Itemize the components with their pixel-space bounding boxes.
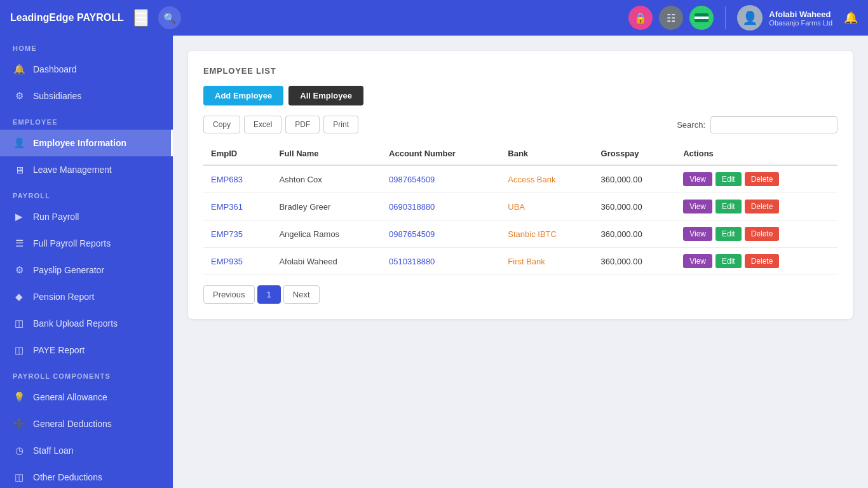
edit-button-0[interactable]: Edit [715,172,742,186]
search-input[interactable] [710,116,837,133]
col-fullname: Full Name [271,142,381,165]
hamburger-button[interactable]: ☰ [134,9,148,27]
cell-grosspay: 360,000.00 [593,165,676,193]
sidebar-section-employee: EMPLOYEE [0,109,173,130]
employee-list-card: EMPLOYEE LIST Add Employee All Employee … [188,51,853,319]
sidebar-label-general-allowance: General Allowance [33,392,107,402]
cell-bank: UBA [500,193,593,220]
cell-empid: EMP735 [203,220,271,248]
bell-icon[interactable]: 🔔 [844,11,858,25]
table-row: EMP361 Bradley Greer 0690318880 UBA 360,… [203,193,837,220]
edit-button-3[interactable]: Edit [715,254,742,268]
topnav: LeadingEdge PAYROLL ☰ 🔍 🔒 ☷ 👤 Afolabi Wa… [0,0,868,36]
employee-info-icon: 👤 [13,137,25,149]
edit-button-2[interactable]: Edit [715,227,742,241]
delete-button-2[interactable]: Delete [745,227,780,241]
sidebar-item-subsidiaries[interactable]: ⚙ Subsidiaries [0,83,173,109]
view-button-0[interactable]: View [683,172,712,186]
sidebar-item-bank-upload-reports[interactable]: ◫ Bank Upload Reports [0,310,173,337]
copy-button[interactable]: Copy [203,116,240,133]
sidebar-item-general-allowance[interactable]: 💡 General Allowance [0,384,173,410]
nav-divider [725,6,726,29]
col-account: Account Number [381,142,500,165]
export-buttons: Copy Excel PDF Print [203,116,358,133]
table-row: EMP935 Afolabi Waheed 0510318880 First B… [203,248,837,275]
cell-fullname: Afolabi Waheed [271,248,381,275]
excel-button[interactable]: Excel [244,116,281,133]
sidebar-item-employee-information[interactable]: 👤 Employee Information [0,130,173,156]
sidebar-item-pension-report[interactable]: ◆ Pension Report [0,283,173,310]
action-buttons-row: Add Employee All Employee [203,86,837,105]
cell-account: 0987654509 [381,220,500,248]
flag-icon-button[interactable] [689,6,714,30]
view-button-3[interactable]: View [683,254,712,268]
cell-actions: View Edit Delete [675,248,837,275]
cell-bank: First Bank [500,248,593,275]
user-name: Afolabi Waheed [769,10,832,19]
sidebar-item-run-payroll[interactable]: ▶ Run Payroll [0,203,173,230]
app-brand: LeadingEdge PAYROLL [10,12,124,24]
sidebar-section-payroll-components: PAYROLL COMPONENTS [0,363,173,384]
delete-button-0[interactable]: Delete [745,172,780,186]
cell-bank: Stanbic IBTC [500,220,593,248]
grid-icon-button[interactable]: ☷ [659,6,683,30]
sidebar-label-staff-loan: Staff Loan [33,445,74,456]
delete-button-3[interactable]: Delete [745,254,780,268]
view-button-1[interactable]: View [683,200,712,214]
search-button[interactable]: 🔍 [158,6,181,29]
sidebar-label-pension-report: Pension Report [33,292,95,302]
sidebar-item-staff-loan[interactable]: ◷ Staff Loan [0,437,173,464]
table-row: EMP683 Ashton Cox 0987654509 Access Bank… [203,165,837,193]
all-employee-button[interactable]: All Employee [288,86,363,105]
sidebar-item-other-deductions[interactable]: ◫ Other Deductions [0,464,173,488]
user-menu[interactable]: 👤 Afolabi Waheed Obasanjo Farms Ltd [737,5,832,30]
page-1-button[interactable]: 1 [257,285,281,304]
sidebar-section-home: HOME [0,36,173,56]
cell-actions: View Edit Delete [675,165,837,193]
next-page-button[interactable]: Next [283,285,320,304]
paye-icon: ◫ [13,344,25,356]
sidebar-label-run-payroll: Run Payroll [33,212,79,222]
cell-account: 0987654509 [381,165,500,193]
sidebar-item-payslip-generator[interactable]: ⚙ Payslip Generator [0,257,173,283]
col-grosspay: Grosspay [593,142,676,165]
cell-empid: EMP935 [203,248,271,275]
table-toolbar: Copy Excel PDF Print Search: [203,116,837,133]
sidebar-item-general-deductions[interactable]: ➕ General Deductions [0,410,173,437]
payroll-reports-icon: ☰ [13,237,25,250]
lock-icon-button[interactable]: 🔒 [628,6,653,30]
cell-grosspay: 360,000.00 [593,220,676,248]
search-row: Search: [677,116,837,133]
sidebar-label-dashboard: Dashboard [33,64,77,74]
other-deductions-icon: ◫ [13,471,25,484]
sidebar: HOME 🔔 Dashboard ⚙ Subsidiaries EMPLOYEE… [0,36,173,488]
cell-account: 0690318880 [381,193,500,220]
add-employee-button[interactable]: Add Employee [203,86,283,105]
dashboard-icon: 🔔 [13,63,25,76]
pagination: Previous 1 Next [203,285,837,304]
sidebar-item-paye-report[interactable]: ◫ PAYE Report [0,337,173,363]
cell-empid: EMP361 [203,193,271,220]
pdf-button[interactable]: PDF [285,116,320,133]
subsidiaries-icon: ⚙ [13,90,25,102]
employee-table: EmpID Full Name Account Number Bank Gros… [203,142,837,275]
view-button-2[interactable]: View [683,227,712,241]
delete-button-1[interactable]: Delete [745,200,780,214]
sidebar-label-paye-report: PAYE Report [33,345,85,355]
edit-button-1[interactable]: Edit [715,200,742,214]
col-bank: Bank [500,142,593,165]
cell-actions: View Edit Delete [675,220,837,248]
sidebar-item-dashboard[interactable]: 🔔 Dashboard [0,56,173,83]
pension-icon: ◆ [13,290,25,303]
sidebar-item-full-payroll-reports[interactable]: ☰ Full Payroll Reports [0,230,173,257]
sidebar-label-general-deductions: General Deductions [33,419,112,429]
user-company: Obasanjo Farms Ltd [769,19,832,27]
user-info: Afolabi Waheed Obasanjo Farms Ltd [769,10,832,27]
print-button[interactable]: Print [323,116,358,133]
previous-page-button[interactable]: Previous [203,285,255,304]
sidebar-item-leave-management[interactable]: 🖥 Leave Management [0,156,173,183]
cell-fullname: Bradley Greer [271,193,381,220]
table-header-row: EmpID Full Name Account Number Bank Gros… [203,142,837,165]
cell-fullname: Angelica Ramos [271,220,381,248]
general-deductions-icon: ➕ [13,417,25,430]
